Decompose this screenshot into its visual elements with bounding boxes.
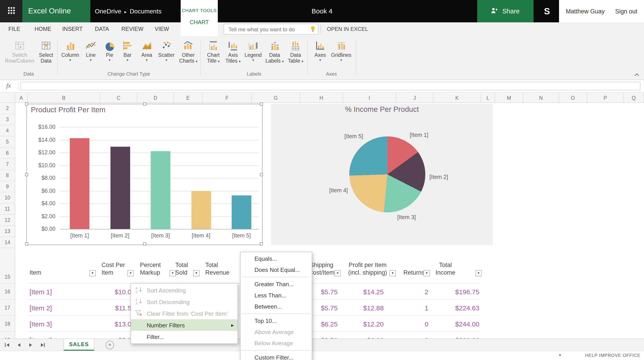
filter-button-item[interactable] — [90, 270, 96, 276]
table-cell[interactable]: $14.25 — [341, 288, 384, 296]
pie-chart-object[interactable]: % Income Per Product [Item 1] [Item 2] [… — [271, 104, 493, 245]
row-header[interactable]: 12 — [0, 215, 15, 226]
filter-button-cost[interactable] — [128, 270, 134, 276]
table-cell[interactable]: $12.20 — [341, 320, 384, 328]
document-title[interactable]: Book 4 — [268, 0, 376, 22]
app-launcher-button[interactable] — [0, 0, 22, 22]
row-header[interactable]: 10 — [0, 192, 15, 204]
table-cell[interactable]: $11.50 — [96, 304, 135, 312]
other-charts-button[interactable]: Other Charts — [178, 39, 199, 64]
submenu-item-equals[interactable]: Equals... — [240, 253, 312, 264]
first-sheet-button[interactable] — [4, 342, 11, 348]
axis-titles-button[interactable]: Axis Titles — [222, 39, 244, 64]
col-header[interactable]: L — [481, 93, 495, 103]
chart-title-button[interactable]: Chart Title — [202, 39, 224, 64]
pie-chart-button[interactable]: Pie — [100, 39, 118, 62]
col-header[interactable]: B — [28, 93, 100, 103]
bar-series-point-1[interactable] — [70, 138, 90, 229]
col-header[interactable]: J — [396, 93, 433, 103]
row-header[interactable]: 15 — [0, 248, 15, 284]
col-header[interactable]: Q — [624, 93, 644, 103]
row-header[interactable]: 8 — [0, 170, 15, 181]
tell-me-input[interactable] — [228, 24, 304, 34]
table-cell[interactable]: $10.00 — [96, 288, 135, 296]
tab-data[interactable]: DATA — [91, 22, 113, 36]
tab-review[interactable]: REVIEW — [119, 22, 146, 36]
tab-view[interactable]: VIEW — [152, 22, 172, 36]
filter-button-sold[interactable] — [193, 270, 200, 276]
row-header[interactable]: 3 — [0, 114, 15, 125]
row-header[interactable]: 16 — [0, 284, 15, 300]
bar-series-point-5[interactable] — [232, 196, 251, 229]
tab-insert[interactable]: INSERT — [61, 22, 84, 36]
col-header[interactable]: E — [174, 93, 202, 103]
col-header[interactable]: F — [202, 93, 252, 103]
selection-handle[interactable] — [25, 173, 28, 176]
table-header-sold[interactable]: TotalSold — [175, 261, 188, 276]
formula-input[interactable] — [20, 82, 640, 90]
previous-sheet-button[interactable] — [15, 342, 22, 348]
last-sheet-button[interactable] — [38, 342, 46, 348]
row-header[interactable]: 17 — [0, 300, 15, 316]
table-header-income[interactable]: TotalIncome — [428, 261, 463, 276]
next-sheet-button[interactable] — [27, 342, 34, 348]
col-header[interactable]: O — [559, 93, 587, 103]
table-header-revenue[interactable]: TotalRevenue — [205, 261, 230, 276]
row-header[interactable]: 13 — [0, 226, 15, 237]
row-header[interactable]: 18 — [0, 316, 15, 332]
col-header[interactable]: H — [300, 93, 343, 103]
row-header[interactable]: 14 — [0, 237, 15, 248]
selection-handle[interactable] — [260, 102, 263, 106]
submenu-item-between[interactable]: Between... — [240, 301, 312, 312]
row-header[interactable]: 4 — [0, 125, 15, 136]
help-improve-office-link[interactable]: HELP IMPROVE OFFICE — [585, 353, 640, 358]
table-cell[interactable]: 0 — [394, 320, 428, 328]
selection-handle[interactable] — [260, 242, 263, 246]
table-header-cost[interactable]: Cost PerItem — [102, 261, 125, 276]
col-header[interactable]: D — [137, 93, 174, 103]
filter-button-returns[interactable] — [424, 270, 430, 276]
row-header[interactable]: 9 — [0, 181, 15, 192]
submenu-item-custom-filter[interactable]: Custom Filter... — [240, 352, 312, 360]
submenu-item-top-10[interactable]: Top 10... — [240, 315, 312, 326]
table-cell[interactable]: [Item 1] — [30, 288, 52, 296]
table-cell[interactable]: [Item 3] — [30, 320, 52, 328]
line-chart-button[interactable]: Line — [82, 39, 100, 62]
skype-icon[interactable]: S — [539, 0, 555, 22]
filter-button-markup[interactable] — [170, 270, 176, 276]
row-header[interactable]: 6 — [0, 148, 15, 159]
table-cell[interactable]: $196.75 — [432, 288, 480, 296]
tab-file[interactable]: FILE — [6, 22, 22, 36]
col-header[interactable]: P — [587, 93, 624, 103]
table-cell[interactable]: [Item 2] — [30, 304, 52, 312]
select-data-button[interactable]: Select Data — [36, 39, 56, 64]
filter-button-income[interactable] — [476, 270, 482, 276]
menu-item-filter[interactable]: Filter... — [131, 331, 238, 342]
select-all-corner[interactable] — [0, 93, 15, 103]
table-cell[interactable]: 2 — [394, 288, 428, 296]
bar-chart-object[interactable]: Product Profit Per Item $16.00 $14.00 $1… — [26, 104, 262, 245]
row-header[interactable]: 7 — [0, 159, 15, 170]
bar-series-point-4[interactable] — [191, 191, 211, 229]
tab-chart[interactable]: CHART — [181, 19, 218, 26]
open-in-excel-button[interactable]: OPEN IN EXCEL — [321, 25, 368, 34]
bar-chart-button[interactable]: Bar — [118, 39, 136, 62]
app-logo[interactable]: Excel Online — [22, 0, 90, 22]
selection-handle[interactable] — [25, 102, 28, 106]
area-chart-button[interactable]: Area — [137, 39, 156, 62]
filter-button-profit[interactable] — [390, 270, 396, 276]
table-cell[interactable]: $244.00 — [432, 320, 480, 328]
submenu-item-does-not-equal[interactable]: Does Not Equal... — [240, 264, 312, 276]
row-header[interactable]: 11 — [0, 204, 15, 215]
selection-handle[interactable] — [143, 242, 146, 246]
submenu-item-less-than[interactable]: Less Than... — [240, 290, 312, 301]
menu-item-number-filters[interactable]: Number Filters — [131, 319, 238, 331]
table-header-returns[interactable]: Returns — [404, 269, 425, 276]
pie-chart-title[interactable]: % Income Per Product — [271, 105, 493, 114]
col-header[interactable]: K — [433, 93, 481, 103]
submenu-item-greater-than[interactable]: Greater Than... — [240, 278, 312, 290]
table-header-profit[interactable]: Profit per Item(incl. shipping) — [344, 261, 391, 276]
selection-handle[interactable] — [25, 242, 28, 246]
gridlines-button[interactable]: Gridlines — [330, 39, 352, 62]
table-header-markup[interactable]: PercentMarkup — [140, 261, 161, 276]
